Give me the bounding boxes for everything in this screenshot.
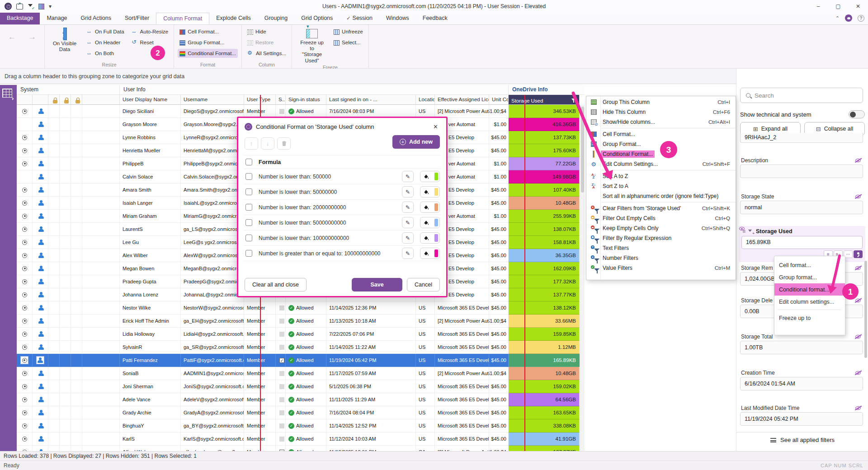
cell-licenses[interactable]: Microsoft 365 E5 Develop bbox=[435, 341, 489, 354]
cell-unit-cost[interactable]: $45.00 bbox=[489, 275, 509, 288]
add-new-button[interactable]: + Add new bbox=[392, 135, 440, 149]
help-icon[interactable]: ? bbox=[858, 15, 864, 22]
menu-item-filter-out-empty-cells[interactable]: ▰Filter Out Empty CellsCtrl+Q bbox=[586, 213, 736, 223]
freeze-up-to-button[interactable]: Freeze up to"Storage Used" bbox=[296, 26, 328, 64]
tab-grid-actions[interactable]: Grid Actions bbox=[74, 13, 118, 24]
cell-last-signed-in[interactable]: 11/11/2025 11:29 AM bbox=[326, 393, 416, 406]
collapse-ribbon-icon[interactable]: ⌃ bbox=[835, 15, 840, 21]
cell-last-signed-in[interactable]: 5/1/2025 06:38 PM bbox=[326, 380, 416, 393]
rule-checkbox[interactable] bbox=[245, 188, 252, 195]
menu-item-hide-this-column[interactable]: Hide This ColumnCtrl+F6 bbox=[586, 107, 736, 117]
cell-display-name[interactable]: Grady Archie bbox=[120, 406, 181, 419]
cell-username[interactable]: AdeleV@sygx2.onmicrosoft.com bbox=[181, 393, 244, 406]
rule-checkbox[interactable] bbox=[245, 250, 252, 257]
on-visible-data-button[interactable]: On Visible Data bbox=[48, 26, 81, 61]
cell-licenses[interactable]: Microsoft 365 E5 Develop bbox=[435, 328, 489, 341]
cell-location[interactable]: US bbox=[416, 432, 435, 446]
cell-last-signed-in[interactable]: 11/14/2025 11:22 AM bbox=[326, 341, 416, 354]
cell-last-signed-in[interactable]: 7/22/2025 07:06 PM bbox=[326, 328, 416, 341]
cell-username[interactable]: ga_EH@sygx2.onmicrosoft.com bbox=[181, 315, 244, 328]
cell-signin[interactable]: ✓Allowed bbox=[286, 419, 326, 432]
cell-licenses[interactable]: [2] Microsoft Power Auto bbox=[435, 367, 489, 380]
eye-slash-icon[interactable] bbox=[855, 405, 862, 411]
column-header-s[interactable]: S... bbox=[276, 95, 286, 104]
cell-storage-used[interactable]: 137.77KB bbox=[509, 288, 580, 301]
band-system[interactable]: System bbox=[17, 85, 120, 94]
search-input[interactable]: Search bbox=[740, 88, 863, 103]
cell-unit-cost[interactable]: $45.00 bbox=[489, 131, 509, 144]
column-header-last-signed-in[interactable]: Last signed in on - ... bbox=[326, 95, 416, 104]
table-row[interactable]: Adele VanceAdeleV@sygx2.onmicrosoft.comM… bbox=[17, 393, 580, 406]
column-header-storage-used[interactable]: Storage Used bbox=[509, 95, 580, 104]
row-radio-cell[interactable] bbox=[17, 210, 33, 223]
cell-display-name[interactable]: Megan Bowen bbox=[120, 262, 181, 275]
cell-display-name[interactable]: LaurentS bbox=[120, 223, 181, 236]
cell-storage-used[interactable]: 346.53KB bbox=[509, 105, 580, 118]
cell-display-name[interactable]: Pradeep Gupta bbox=[120, 275, 181, 288]
rule-checkbox[interactable] bbox=[245, 219, 252, 226]
resize-grip[interactable]: ⋰ bbox=[440, 291, 445, 295]
cell-username[interactable]: JohannaL@sygx2.onmicrosoft.com bbox=[181, 288, 244, 301]
cell-location[interactable]: US bbox=[416, 328, 435, 341]
cell-unit-cost[interactable]: $45.00 bbox=[489, 419, 509, 432]
edit-rule-button[interactable]: ✎ bbox=[402, 202, 414, 213]
row-radio-cell[interactable] bbox=[17, 432, 33, 446]
menu-item-sort-z-to-a[interactable]: Z↓ASort Z to A bbox=[586, 181, 736, 191]
cell-storage-used[interactable]: 149.98GB bbox=[509, 170, 580, 183]
cell-storage-used[interactable]: 77.22GB bbox=[509, 157, 580, 170]
cell-licenses[interactable]: Microsoft 365 E5 Develop bbox=[435, 301, 489, 315]
tab-feedback[interactable]: Feedback bbox=[416, 13, 454, 24]
cell-location[interactable]: US bbox=[416, 105, 435, 118]
cell-display-name[interactable]: Adele Vance bbox=[120, 393, 181, 406]
cell-signin[interactable]: ✓Allowed bbox=[286, 328, 326, 341]
row-radio-cell[interactable] bbox=[17, 380, 33, 393]
menu-item-clear-filters-from-storage-used-[interactable]: ✕Clear Filters from 'Storage Used'Ctrl+S… bbox=[586, 203, 736, 213]
cell-display-name[interactable]: Joni Sherman bbox=[120, 380, 181, 393]
cell-username[interactable]: LynneR@sygx2.onmicrosoft.com bbox=[181, 131, 244, 144]
cell-display-name[interactable]: Henrietta Mueller bbox=[120, 144, 181, 157]
panel-scrollbar[interactable] bbox=[864, 261, 867, 358]
row-radio-cell[interactable] bbox=[17, 223, 33, 236]
column-header-licenses[interactable]: Effective Assigned Licen... bbox=[435, 95, 489, 104]
cell-display-name[interactable]: Erick Hoff The Admin bbox=[120, 315, 181, 328]
cell-location[interactable]: US bbox=[416, 354, 435, 367]
cell-unit-cost[interactable]: $45.00 bbox=[489, 288, 509, 301]
cell-storage-used[interactable]: 33.66MB bbox=[509, 315, 580, 328]
cell-unit-cost[interactable]: $1.00 bbox=[489, 210, 509, 223]
cell-display-name[interactable]: KarlS bbox=[120, 432, 181, 446]
cell-storage-used[interactable]: 255.99KB bbox=[509, 210, 580, 223]
cell-last-signed-in[interactable]: 11/14/2025 12:36 PM bbox=[326, 301, 416, 315]
cell-storage-used[interactable]: 162.09KB bbox=[509, 262, 580, 275]
rule-checkbox[interactable] bbox=[245, 235, 252, 241]
cell-unit-cost[interactable]: $45.00 bbox=[489, 354, 509, 367]
cell-licenses[interactable]: Microsoft 365 E5 Develop bbox=[435, 432, 489, 446]
cell-signin[interactable]: ✓Allowed bbox=[286, 341, 326, 354]
cell-licenses[interactable]: Microsoft 365 E5 Develop bbox=[435, 393, 489, 406]
table-row[interactable]: Erick Hoff The Adminga_EH@sygx2.onmicros… bbox=[17, 315, 580, 328]
row-radio-cell[interactable] bbox=[17, 341, 33, 354]
cell-display-name[interactable]: Nestor Wilke bbox=[120, 301, 181, 315]
table-row[interactable]: SylvainRga_SR@sygx2.onmicrosoft.comMembe… bbox=[17, 341, 580, 354]
menu-item-sort-all-in-alphanumeric-order-ignore-fi[interactable]: Sort all in alphanumeric order (ignore f… bbox=[586, 191, 736, 201]
cell-username[interactable]: MiriamG@sygx2.onmicrosoft.com bbox=[181, 210, 244, 223]
menu-item-number-filters[interactable]: #Number Filters bbox=[586, 253, 736, 263]
tab-manage[interactable]: Manage bbox=[40, 13, 74, 24]
mini-menu-item-conditional-format-[interactable]: Conditional format... bbox=[774, 283, 845, 296]
cell-last-signed-in[interactable]: 11/19/2024 05:42 PM bbox=[326, 354, 416, 367]
cell-unit-cost[interactable]: $45.00 bbox=[489, 236, 509, 249]
cell-signin[interactable]: ✓Allowed bbox=[286, 367, 326, 380]
cell-unit-cost[interactable]: $1.00 bbox=[489, 118, 509, 131]
column-header-location[interactable]: Locatio... bbox=[416, 95, 435, 104]
on-both-button[interactable]: On Both bbox=[85, 49, 126, 58]
eye-slash-icon[interactable] bbox=[855, 334, 862, 339]
rule-checkbox[interactable] bbox=[245, 204, 252, 211]
field-input-last-modified-date-time[interactable]: 11/19/2024 05:42 PM bbox=[740, 412, 863, 426]
field-input-storage-total[interactable]: 1.00TB bbox=[740, 341, 863, 354]
cell-username[interactable]: LidiaH@sygx2.onmicrosoft.com bbox=[181, 328, 244, 341]
cell-username[interactable]: ga_SR@sygx2.onmicrosoft.com bbox=[181, 341, 244, 354]
cell-display-name[interactable]: Lynne Robbins bbox=[120, 131, 181, 144]
cell-last-signed-in[interactable]: 7/16/2024 08:03 PM bbox=[326, 105, 416, 118]
row-radio-cell[interactable] bbox=[17, 236, 33, 249]
cell-username[interactable]: Grayson.Moore@sygx2.onmicrosoft.com bbox=[181, 118, 244, 131]
edit-rule-button[interactable]: ✎ bbox=[402, 171, 414, 182]
